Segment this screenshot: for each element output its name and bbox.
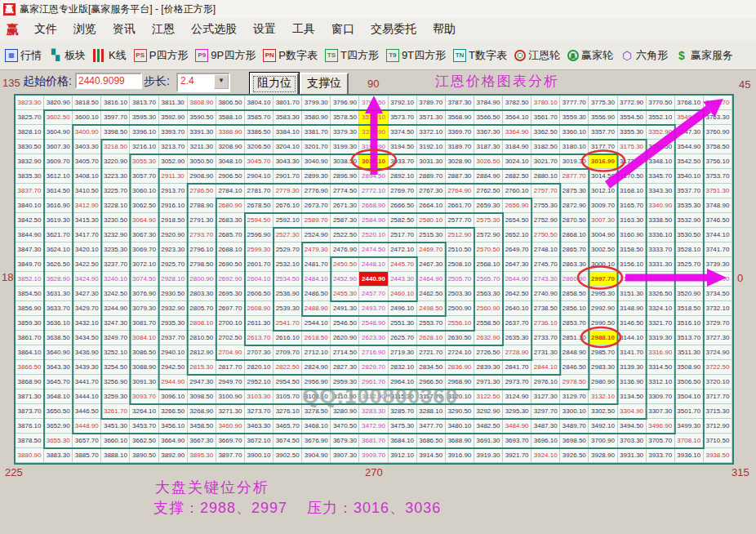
grid-cell[interactable]: 3722.50 xyxy=(704,360,732,375)
grid-cell[interactable]: 2702.50 xyxy=(216,331,245,345)
grid-cell[interactable]: 3139.30 xyxy=(618,360,647,375)
grid-cell[interactable]: 3429.70 xyxy=(73,301,101,316)
grid-cell[interactable]: 3765.70 xyxy=(704,96,732,110)
grid-cell[interactable]: 2824.90 xyxy=(302,360,331,375)
grid-cell[interactable]: 3273.70 xyxy=(245,404,273,419)
grid-cell[interactable]: 2932.90 xyxy=(159,301,188,316)
grid-cell[interactable]: 3408.10 xyxy=(73,169,101,184)
grid-cell[interactable]: 2884.90 xyxy=(474,169,503,184)
grid-cell[interactable]: 3501.70 xyxy=(675,404,704,419)
grid-cell[interactable]: 3883.30 xyxy=(44,448,73,463)
grid-cell[interactable]: 3055.30 xyxy=(130,154,158,169)
grid-cell[interactable]: 3194.50 xyxy=(389,140,417,154)
grid-cell[interactable]: 3096.10 xyxy=(159,389,188,404)
grid-cell[interactable]: 2596.90 xyxy=(245,228,273,243)
grid-cell[interactable]: 3638.50 xyxy=(44,331,73,345)
menu-item-公式选股[interactable]: 公式选股 xyxy=(183,22,245,37)
grid-cell[interactable]: 3343.30 xyxy=(647,184,675,198)
grid-cell[interactable]: 2748.10 xyxy=(531,243,560,257)
grid-cell[interactable]: 2472.10 xyxy=(389,243,417,257)
grid-cell[interactable]: 2973.70 xyxy=(503,375,531,389)
grid-cell[interactable]: 2443.30 xyxy=(389,272,417,287)
grid-cell[interactable]: 3228.10 xyxy=(101,198,130,213)
grid-cell[interactable]: 3458.50 xyxy=(188,419,216,434)
grid-cell[interactable]: 3093.70 xyxy=(130,389,158,404)
step-select[interactable]: 2.4 ▼ xyxy=(176,73,230,92)
grid-cell[interactable]: 2666.50 xyxy=(389,198,417,213)
grid-cell[interactable]: 2532.10 xyxy=(273,257,302,272)
grid-cell[interactable]: 3880.90 xyxy=(16,448,44,463)
grid-cell[interactable]: 3916.90 xyxy=(446,448,474,463)
grid-cell[interactable]: 3206.50 xyxy=(245,140,273,154)
grid-cell[interactable]: 3902.50 xyxy=(273,448,302,463)
grid-cell[interactable]: 3028.90 xyxy=(446,154,474,169)
grid-cell[interactable]: 3607.30 xyxy=(44,140,73,154)
grid-cell[interactable]: 3784.90 xyxy=(474,96,503,110)
grid-cell[interactable]: 3232.90 xyxy=(101,228,130,243)
grid-cell[interactable]: 2894.50 xyxy=(359,169,388,184)
grid-cell[interactable]: 3211.30 xyxy=(188,140,216,154)
grid-cell[interactable]: 3631.30 xyxy=(44,287,73,301)
grid-cell[interactable]: 2716.90 xyxy=(359,345,388,360)
grid-cell[interactable]: 3340.90 xyxy=(647,198,675,213)
grid-cell[interactable]: 2570.50 xyxy=(474,243,503,257)
grid-cell[interactable]: 3782.50 xyxy=(503,96,531,110)
grid-cell[interactable]: 2524.90 xyxy=(302,228,331,243)
grid-cell[interactable]: 2949.70 xyxy=(216,375,245,389)
grid-cell[interactable]: 2815.30 xyxy=(188,360,216,375)
grid-cell[interactable]: 3612.10 xyxy=(44,169,73,184)
grid-cell[interactable]: 3196.90 xyxy=(359,140,388,154)
grid-cell[interactable]: 3938.50 xyxy=(704,448,732,463)
grid-cell[interactable]: 3852.10 xyxy=(16,272,44,287)
grid-cell[interactable]: 3753.70 xyxy=(704,169,732,184)
grid-cell[interactable]: 2733.70 xyxy=(531,331,560,345)
support-button[interactable]: 支撑位 xyxy=(300,73,349,96)
grid-cell[interactable]: 2539.30 xyxy=(273,301,302,316)
grid-cell[interactable]: 2644.90 xyxy=(503,272,531,287)
grid-cell[interactable]: 2978.50 xyxy=(560,375,589,389)
grid-cell[interactable]: 3717.70 xyxy=(704,389,732,404)
grid-cell[interactable]: 3014.50 xyxy=(589,169,617,184)
toolbar-button-江恩轮[interactable]: 江恩轮 xyxy=(514,48,560,63)
grid-cell[interactable]: 3609.70 xyxy=(44,154,73,169)
grid-cell[interactable]: 3223.30 xyxy=(101,169,130,184)
grid-cell[interactable]: 3376.90 xyxy=(359,125,388,140)
grid-cell[interactable]: 2544.10 xyxy=(302,316,331,331)
grid-cell[interactable]: 3662.50 xyxy=(130,434,158,448)
grid-cell[interactable]: 3794.50 xyxy=(359,96,388,110)
grid-cell[interactable]: 3518.50 xyxy=(675,301,704,316)
grid-cell[interactable]: 2476.90 xyxy=(331,243,359,257)
grid-cell[interactable]: 3580.90 xyxy=(302,110,331,125)
grid-cell[interactable]: 2798.50 xyxy=(188,257,216,272)
grid-cell[interactable]: 3201.70 xyxy=(302,140,331,154)
grid-cell[interactable]: 3136.90 xyxy=(618,375,647,389)
grid-cell[interactable]: 3225.70 xyxy=(101,184,130,198)
grid-cell[interactable]: 3256.90 xyxy=(101,375,130,389)
grid-cell[interactable]: 2659.30 xyxy=(474,198,503,213)
grid-cell[interactable]: 3912.10 xyxy=(389,448,417,463)
grid-cell[interactable]: 3033.70 xyxy=(389,154,417,169)
grid-cell[interactable]: 3079.30 xyxy=(130,301,158,316)
grid-cell[interactable]: 3660.10 xyxy=(101,434,130,448)
grid-cell[interactable]: 3763.30 xyxy=(704,110,732,125)
grid-cell[interactable]: 2606.50 xyxy=(245,287,273,301)
grid-cell[interactable]: 2563.30 xyxy=(474,287,503,301)
grid-cell[interactable]: 3861.70 xyxy=(16,331,44,345)
grid-cell[interactable]: 2455.30 xyxy=(331,287,359,301)
grid-cell[interactable]: 3446.50 xyxy=(73,404,101,419)
grid-cell[interactable]: 3667.30 xyxy=(188,434,216,448)
grid-cell[interactable]: 2995.30 xyxy=(589,287,617,301)
grid-cell[interactable]: 2997.70 xyxy=(589,272,617,287)
grid-cell[interactable]: 2908.90 xyxy=(188,169,216,184)
grid-cell[interactable]: 3624.10 xyxy=(44,243,73,257)
grid-cell[interactable]: 2529.70 xyxy=(273,243,302,257)
grid-cell[interactable]: 2515.30 xyxy=(417,228,446,243)
grid-cell[interactable]: 2695.30 xyxy=(216,287,245,301)
grid-cell[interactable]: 3292.90 xyxy=(474,404,503,419)
grid-cell[interactable]: 2486.50 xyxy=(302,287,331,301)
grid-cell[interactable]: 2976.10 xyxy=(531,375,560,389)
grid-cell[interactable]: 3542.50 xyxy=(675,154,704,169)
grid-cell[interactable]: 2661.70 xyxy=(446,198,474,213)
grid-cell[interactable]: 3758.50 xyxy=(704,140,732,154)
grid-cell[interactable]: 2726.50 xyxy=(474,345,503,360)
